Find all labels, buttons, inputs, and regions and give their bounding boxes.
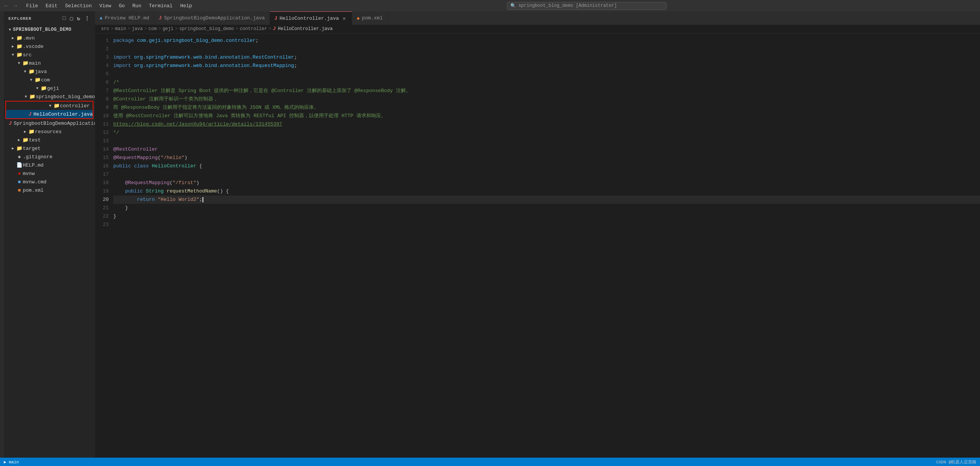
menu-terminal[interactable]: Terminal	[146, 2, 175, 10]
code-line-22: }	[113, 212, 980, 221]
tree-item-test[interactable]: ▶ 📁 test	[4, 136, 95, 144]
bc-filename[interactable]: HelloController.java	[278, 26, 332, 32]
tree-root-folder[interactable]: ▼ SPRINGBOOT_BLOG_DEMO	[4, 26, 95, 34]
code-line-20: return "Hello World2";	[113, 196, 980, 204]
tree-item-helpmd[interactable]: 📄 HELP.md	[4, 161, 95, 169]
code-line-15: @RequestMapping("/hello")	[113, 154, 980, 162]
bc-main[interactable]: main	[115, 26, 126, 32]
forward-arrow[interactable]: →	[12, 2, 18, 10]
line-numbers: 1234 5678 9101112 13141516 17181920 2122…	[95, 37, 113, 458]
menu-run[interactable]: Run	[129, 2, 144, 10]
pomxml-icon: ■	[16, 188, 23, 193]
tree-item-resources[interactable]: ▶ 📁 resources	[4, 128, 95, 136]
tree-item-controller[interactable]: ▼ 📁 controller	[6, 102, 93, 110]
code-line-23	[113, 221, 980, 229]
tab-hellocontroller[interactable]: J HelloController.java ✕	[270, 11, 352, 25]
main-layout: EXPLORER □ ▢ ↻ ⋮ ▼ SPRINGBOOT_BLOG_DEMO …	[0, 11, 980, 458]
red-border-group: ▼ 📁 controller J HelloController.java	[5, 101, 94, 119]
tab-pomxml[interactable]: ◆ pom.xml	[352, 11, 388, 25]
menu-help[interactable]: Help	[177, 2, 195, 10]
search-container[interactable]: 🔍 springboot_blog_demo [Administrator]	[507, 2, 667, 10]
hellocontroller-tab-label: HelloController.java	[280, 16, 339, 21]
code-line-17	[113, 171, 980, 179]
springbootapp-label: SpringbootBlogDemoApplication.java	[14, 121, 95, 126]
resources-arrow: ▶	[22, 129, 28, 134]
bc-geji[interactable]: geji	[163, 26, 173, 32]
tree-item-vscode[interactable]: ▶ 📁 .vscode	[4, 42, 95, 51]
tree-item-springbootapp[interactable]: J SpringbootBlogDemoApplication.java	[4, 119, 95, 128]
tree-item-mvnwcmd[interactable]: ■ mvnw.cmd	[4, 178, 95, 186]
mvnwcmd-icon: ■	[16, 179, 23, 185]
breadcrumb: src > main > java > com > geji > springb…	[95, 25, 980, 34]
com-folder-icon: 📁	[34, 77, 41, 83]
tree-item-target[interactable]: ▶ 📁 target	[4, 144, 95, 153]
gitignore-label: .gitignore	[23, 154, 52, 160]
tree-item-pomxml[interactable]: ■ pom.xml	[4, 186, 95, 195]
search-placeholder: springboot_blog_demo [Administrator]	[518, 3, 617, 8]
collapse-icon[interactable]: ⋮	[84, 14, 91, 22]
tree-item-gitignore[interactable]: ◆ .gitignore	[4, 153, 95, 161]
tree-item-com[interactable]: ▼ 📁 com	[4, 76, 95, 84]
bc-file-icon: J	[273, 26, 275, 32]
mvnw-file-icon: ●	[16, 171, 23, 177]
com-arrow: ▼	[28, 78, 34, 82]
bc-src[interactable]: src	[101, 26, 110, 32]
src-folder-icon: 📁	[16, 52, 23, 58]
sidebar: EXPLORER □ ▢ ↻ ⋮ ▼ SPRINGBOOT_BLOG_DEMO …	[4, 11, 95, 458]
tree-item-springboot[interactable]: ▼ 📁 springboot_blog_demo	[4, 93, 95, 101]
code-line-14: @RestController	[113, 145, 980, 154]
code-line-18: @RequestMapping("/first")	[113, 179, 980, 187]
tab-bar: ▲ Preview HELP.md J SpringbootBlogDemoAp…	[95, 11, 980, 25]
menu-view[interactable]: View	[96, 2, 114, 10]
tab-springbootapp[interactable]: J SpringbootBlogDemoApplication.java	[154, 11, 270, 25]
status-right-text: CSDN @机器人迈克猫	[936, 459, 976, 465]
test-arrow: ▶	[16, 138, 22, 142]
bc-com[interactable]: com	[149, 26, 157, 32]
new-file-icon[interactable]: □	[62, 14, 67, 22]
target-arrow: ▶	[10, 146, 16, 151]
tree-item-src[interactable]: ▼ 📁 src	[4, 51, 95, 59]
tree-item-mvnw[interactable]: ● mvnw	[4, 169, 95, 178]
geji-label: geji	[47, 86, 59, 91]
java-arrow: ▼	[22, 70, 28, 74]
refresh-icon[interactable]: ↻	[76, 14, 81, 22]
main-label: main	[29, 61, 41, 66]
pomxml-tab-label: pom.xml	[362, 15, 383, 21]
tree-item-hellocontroller[interactable]: J HelloController.java	[6, 110, 93, 118]
tree-item-java[interactable]: ▼ 📁 java	[4, 67, 95, 76]
main-folder-icon: 📁	[22, 60, 29, 66]
root-arrow: ▼	[7, 28, 13, 32]
code-content[interactable]: package com.geji.springboot_blog_demo.co…	[113, 37, 980, 458]
search-icon: 🔍	[510, 3, 516, 9]
bc-sep1: >	[111, 26, 114, 32]
tree-item-mvn[interactable]: ▶ 📁 .mvn	[4, 34, 95, 42]
code-line-4: import org.springframework.web.bind.anno…	[113, 62, 980, 70]
mvnwcmd-label: mvnw.cmd	[23, 179, 46, 185]
menu-file[interactable]: File	[23, 2, 41, 10]
menu-selection[interactable]: Selection	[62, 2, 95, 10]
controller-folder-icon: 📁	[53, 103, 60, 109]
springboot-arrow: ▼	[23, 95, 29, 99]
bc-controller[interactable]: controller	[240, 26, 267, 32]
code-line-19: public String requestMethodName() {	[113, 187, 980, 196]
bc-sep3: >	[145, 26, 147, 32]
tab-preview-helpmd[interactable]: ▲ Preview HELP.md	[95, 11, 154, 25]
bc-sep5: >	[175, 26, 177, 32]
tree-item-main[interactable]: ▼ 📁 main	[4, 59, 95, 67]
springbootapp-tab-icon: J	[159, 15, 162, 21]
bc-springboot[interactable]: springboot_blog_demo	[179, 26, 234, 32]
controller-label: controller	[60, 103, 90, 109]
sidebar-tree: ▼ SPRINGBOOT_BLOG_DEMO ▶ 📁 .mvn ▶ 📁 .vsc…	[4, 26, 95, 458]
back-arrow[interactable]: ←	[3, 2, 9, 10]
bc-java[interactable]: java	[132, 26, 143, 32]
vscode-arrow: ▶	[10, 44, 16, 49]
hellocontroller-java-icon: J	[27, 112, 33, 117]
tab-close-hellocontroller[interactable]: ✕	[341, 15, 347, 21]
menu-edit[interactable]: Edit	[43, 2, 60, 10]
menu-go[interactable]: Go	[116, 2, 128, 10]
code-line-7: @RestController 注解是 Spring Boot 提供的一种注解，…	[113, 87, 980, 95]
new-folder-icon[interactable]: ▢	[69, 14, 74, 22]
tree-item-geji[interactable]: ▼ 📁 geji	[4, 84, 95, 93]
code-container[interactable]: 1234 5678 9101112 13141516 17181920 2122…	[95, 34, 980, 458]
vscode-label: .vscode	[23, 44, 44, 49]
